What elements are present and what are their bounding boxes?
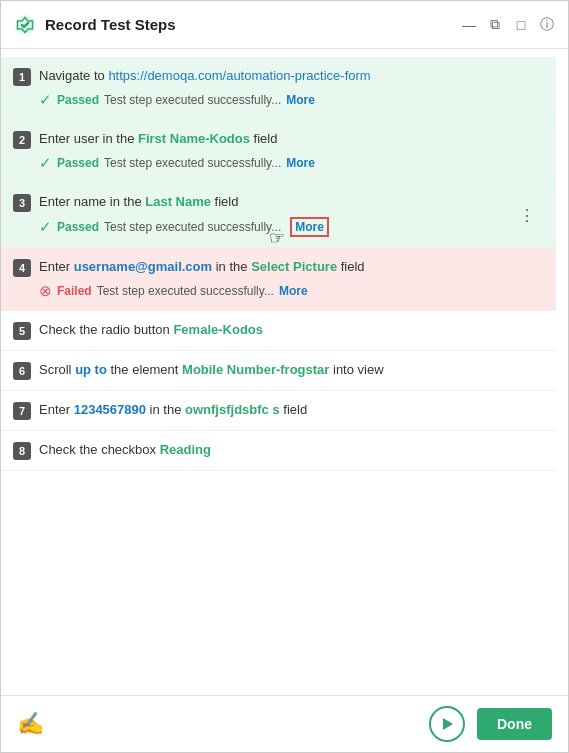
step-text-1: Navigate to https://demoqa.com/automatio… (39, 67, 540, 85)
step-result-2: ✓ Passed Test step executed successfully… (39, 154, 540, 172)
steps-list: 1 Navigate to https://demoqa.com/automat… (1, 49, 568, 695)
step-number-7: 7 (13, 402, 31, 420)
play-icon (440, 717, 454, 731)
step-item-5: 5 Check the radio button Female-Kodos (1, 311, 556, 351)
more-link-3[interactable]: More (290, 217, 329, 237)
step-number-2: 2 (13, 131, 31, 149)
footer-right: Done (429, 706, 552, 742)
more-link-1[interactable]: More (286, 93, 315, 107)
step-item-4: 4 Enter username@gmail.com in the Select… (1, 248, 556, 311)
help-icon[interactable]: ⓘ (538, 16, 556, 34)
step-header-7: 7 Enter 1234567890 in the ownfjsfjdsbfc … (13, 401, 540, 420)
step-text-2: Enter user in the First Name-Kodos field (39, 130, 540, 148)
step-text-5: Check the radio button Female-Kodos (39, 321, 540, 339)
result-text-3: Test step executed successfully... (104, 220, 281, 234)
step-header-2: 2 Enter user in the First Name-Kodos fie… (13, 130, 540, 149)
restore-window-icon[interactable]: ⧉ (486, 16, 504, 34)
step-item-8: 8 Check the checkbox Reading (1, 431, 556, 471)
pass-label-1: Passed (57, 93, 99, 107)
window-title: Record Test Steps (45, 16, 452, 33)
step-value-7: 1234567890 (74, 402, 146, 417)
step-options-3[interactable]: ⋮ (519, 206, 536, 225)
step-header-8: 8 Check the checkbox Reading (13, 441, 540, 460)
step-text-4: Enter username@gmail.com in the Select P… (39, 258, 540, 276)
pass-label-2: Passed (57, 156, 99, 170)
play-button[interactable] (429, 706, 465, 742)
step-value-6: up to (75, 362, 107, 377)
result-text-2: Test step executed successfully... (104, 156, 281, 170)
step-number-8: 8 (13, 442, 31, 460)
step-result-3: ✓ Passed Test step executed successfully… (39, 217, 540, 237)
footer-left: ✍ (17, 711, 44, 737)
step-field-2: First Name-Kodos (138, 131, 250, 146)
maximize-icon[interactable]: □ (512, 16, 530, 34)
step-header-4: 4 Enter username@gmail.com in the Select… (13, 258, 540, 277)
done-button[interactable]: Done (477, 708, 552, 740)
more-link-4[interactable]: More (279, 284, 308, 298)
main-window: Record Test Steps — ⧉ □ ⓘ 1 Navigate to … (0, 0, 569, 753)
step-item-1: 1 Navigate to https://demoqa.com/automat… (1, 57, 556, 120)
pass-icon-1: ✓ (39, 91, 52, 109)
step-item-2: 2 Enter user in the First Name-Kodos fie… (1, 120, 556, 183)
app-icon (13, 13, 37, 37)
step-item-7: 7 Enter 1234567890 in the ownfjsfjdsbfc … (1, 391, 556, 431)
step-text-3: Enter name in the Last Name field (39, 193, 540, 211)
step-text-8: Check the checkbox Reading (39, 441, 540, 459)
fail-icon-4: ⊗ (39, 282, 52, 300)
step-url-1: https://demoqa.com/automation-practice-f… (108, 68, 370, 83)
step-field-6: Mobile Number-frogstar (182, 362, 329, 377)
step-number-4: 4 (13, 259, 31, 277)
step-value-4: username@gmail.com (74, 259, 212, 274)
step-text-6: Scroll up to the element Mobile Number-f… (39, 361, 540, 379)
pass-label-3: Passed (57, 220, 99, 234)
step-header-1: 1 Navigate to https://demoqa.com/automat… (13, 67, 540, 86)
step-number-3: 3 (13, 194, 31, 212)
step-field-7: ownfjsfjdsbfc s (185, 402, 280, 417)
pass-icon-2: ✓ (39, 154, 52, 172)
step-field-4: Select Picture (251, 259, 337, 274)
window-controls: — ⧉ □ ⓘ (460, 16, 556, 34)
pass-icon-3: ✓ (39, 218, 52, 236)
minimize-icon[interactable]: — (460, 16, 478, 34)
step-item-3: 3 Enter name in the Last Name field ⋮ ✓ … (1, 183, 556, 248)
step-field-5: Female-Kodos (173, 322, 263, 337)
step-text-7: Enter 1234567890 in the ownfjsfjdsbfc s … (39, 401, 540, 419)
footer: ✍ Done (1, 695, 568, 752)
more-link-2[interactable]: More (286, 156, 315, 170)
step-header-5: 5 Check the radio button Female-Kodos (13, 321, 540, 340)
step-result-1: ✓ Passed Test step executed successfully… (39, 91, 540, 109)
step-number-6: 6 (13, 362, 31, 380)
step-item-6: 6 Scroll up to the element Mobile Number… (1, 351, 556, 391)
step-field-8: Reading (160, 442, 211, 457)
fail-label-4: Failed (57, 284, 92, 298)
step-result-4: ⊗ Failed Test step executed successfully… (39, 282, 540, 300)
title-bar: Record Test Steps — ⧉ □ ⓘ (1, 1, 568, 49)
result-text-4: Test step executed successfully... (97, 284, 274, 298)
step-number-1: 1 (13, 68, 31, 86)
pointer-tool-icon[interactable]: ✍ (17, 711, 44, 737)
step-header-6: 6 Scroll up to the element Mobile Number… (13, 361, 540, 380)
step-header-3: 3 Enter name in the Last Name field ⋮ (13, 193, 540, 212)
svg-marker-0 (443, 718, 453, 730)
result-text-1: Test step executed successfully... (104, 93, 281, 107)
step-number-5: 5 (13, 322, 31, 340)
step-field-3: Last Name (145, 194, 211, 209)
